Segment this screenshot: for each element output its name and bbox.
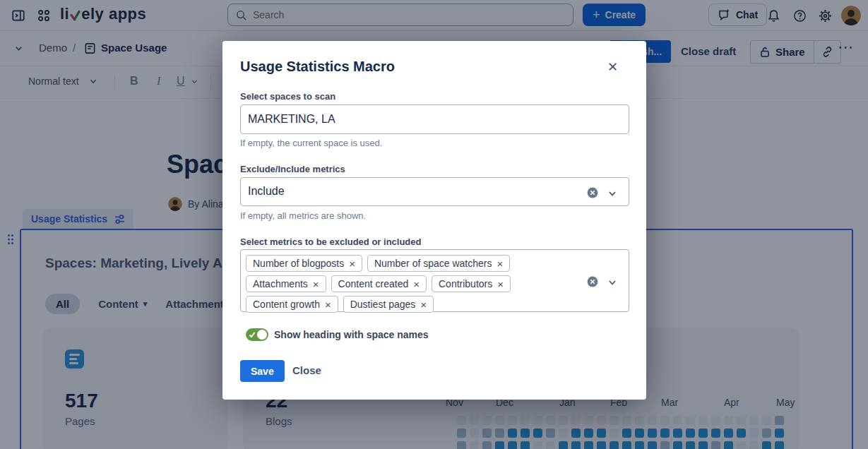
metric-tag[interactable]: Content created× — [331, 275, 427, 292]
metric-tag[interactable]: Dustiest pages× — [343, 296, 434, 313]
tag-label: Content growth — [253, 299, 320, 310]
spaces-helper-text: If empty, the current space is used. — [240, 138, 382, 148]
tag-remove-icon[interactable]: × — [497, 278, 504, 290]
tag-remove-icon[interactable]: × — [313, 278, 319, 290]
chevron-down-icon[interactable] — [607, 188, 617, 198]
tag-remove-icon[interactable]: × — [420, 299, 427, 311]
tag-label: Dustiest pages — [350, 299, 416, 310]
tag-label: Number of blogposts — [253, 258, 344, 269]
metrics-tags: Number of blogposts×Number of space watc… — [246, 255, 585, 313]
mode-select[interactable]: Include — [240, 177, 629, 206]
clear-icon[interactable] — [587, 276, 598, 287]
save-button[interactable]: Save — [240, 360, 285, 382]
chevron-down-icon[interactable] — [607, 277, 617, 287]
clear-icon[interactable] — [587, 187, 598, 198]
mode-helper-text: If empty, all metrics are shown. — [240, 210, 366, 221]
modal-title: Usage Statistics Macro — [240, 59, 395, 75]
tag-remove-icon[interactable]: × — [497, 258, 503, 270]
mode-select-value: Include — [248, 185, 285, 198]
metric-tag[interactable]: Number of space watchers× — [367, 255, 510, 272]
toggle-knob — [257, 330, 267, 340]
tag-label: Number of space watchers — [374, 258, 492, 269]
heading-toggle-row: Show heading with space names — [246, 328, 429, 341]
metrics-multiselect[interactable]: Number of blogposts×Number of space watc… — [240, 249, 629, 312]
spaces-field-label: Select spaces to scan — [240, 91, 335, 102]
tag-remove-icon[interactable]: × — [349, 258, 355, 270]
mode-field-label: Exclude/Include metrics — [240, 164, 345, 174]
check-icon — [249, 331, 256, 338]
show-heading-toggle[interactable] — [246, 328, 268, 341]
metric-tag[interactable]: Contributors× — [432, 275, 511, 292]
metric-tag[interactable]: Attachments× — [246, 275, 326, 292]
tag-remove-icon[interactable]: × — [325, 299, 331, 311]
close-icon[interactable]: ✕ — [607, 59, 618, 75]
metric-tag[interactable]: Number of blogposts× — [246, 255, 362, 272]
tag-label: Attachments — [253, 278, 308, 289]
metric-tag[interactable]: Content growth× — [246, 296, 338, 313]
toggle-label: Show heading with space names — [274, 329, 429, 340]
metrics-field-label: Select metrics to be excluded or include… — [240, 237, 421, 247]
modal-close-button[interactable]: Close — [292, 364, 321, 376]
tag-label: Content created — [338, 278, 409, 289]
spaces-input[interactable] — [240, 104, 629, 134]
tag-label: Contributors — [439, 278, 492, 289]
tag-remove-icon[interactable]: × — [413, 278, 420, 290]
usage-statistics-modal: Usage Statistics Macro ✕ Select spaces t… — [222, 41, 646, 400]
